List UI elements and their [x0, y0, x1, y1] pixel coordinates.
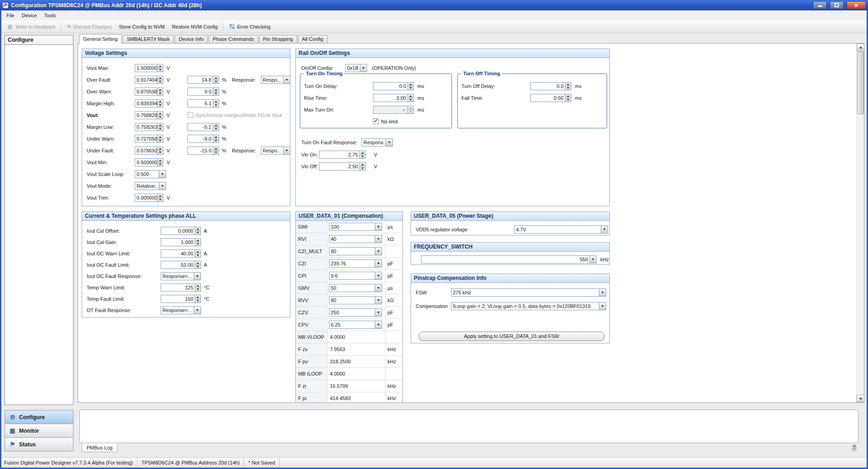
value-spinner[interactable]: 40.00: [161, 249, 201, 258]
dropdown-button[interactable]: [375, 235, 382, 243]
spinner-buttons[interactable]: [407, 83, 413, 90]
config-tree[interactable]: [5, 44, 74, 405]
spinner-down-button[interactable]: [157, 103, 163, 107]
spinner-down-button[interactable]: [565, 86, 571, 90]
spinner-up-button[interactable]: [360, 163, 365, 166]
spinner-down-button[interactable]: [565, 98, 571, 102]
spinner-up-button[interactable]: [195, 239, 201, 242]
restore-nvm-config-button[interactable]: Restore NVM Config: [169, 23, 221, 31]
value-spinner[interactable]: 0.917404: [135, 76, 163, 84]
dropdown-button[interactable]: [375, 284, 382, 292]
dropdown-button[interactable]: [599, 303, 606, 310]
tab-phase-commands[interactable]: Phase Commands: [209, 35, 258, 43]
spinner-up-button[interactable]: [195, 227, 201, 231]
spinner-down-button[interactable]: [195, 254, 201, 258]
no-limit-checkbox[interactable]: [373, 118, 379, 124]
spinner-up-button[interactable]: [195, 250, 201, 254]
spinner-buttons[interactable]: [195, 261, 201, 269]
scroll-down-button[interactable]: [857, 395, 864, 402]
combo-box[interactable]: 50: [329, 284, 382, 292]
spinner-up-button[interactable]: [565, 83, 571, 86]
scroll-up-button[interactable]: [857, 44, 864, 51]
value-spinner[interactable]: 0.000000: [135, 194, 163, 202]
spinner-down-button[interactable]: [195, 265, 201, 269]
menu-tools[interactable]: Tools: [40, 11, 59, 20]
value-spinner[interactable]: 1.000: [161, 238, 201, 246]
value-spinner[interactable]: 0.678692: [135, 147, 163, 155]
spinner-buttons[interactable]: [407, 94, 413, 102]
sidebar-item-configure[interactable]: ⚙Configure: [5, 410, 74, 424]
dropdown-button[interactable]: [599, 289, 606, 296]
value-spinner[interactable]: 1.500000: [135, 64, 163, 72]
spinner-down-button[interactable]: [408, 98, 413, 102]
spinner-down-button[interactable]: [157, 162, 163, 166]
scrollbar-thumb[interactable]: [857, 52, 864, 114]
spinner-up-button[interactable]: [408, 83, 413, 86]
spinner-down-button[interactable]: [195, 288, 201, 292]
value-spinner[interactable]: 5.1: [187, 99, 219, 107]
dropdown-button[interactable]: [375, 297, 382, 304]
dropdown-button[interactable]: [159, 182, 166, 190]
frequency-combo[interactable]: 550: [421, 255, 597, 264]
turn-on-fault-response-combo[interactable]: Respons...: [362, 138, 393, 147]
sidebar-item-status[interactable]: ⚑Status: [5, 437, 74, 451]
dropdown-button[interactable]: [386, 139, 392, 146]
apply-settings-button[interactable]: Apply setting to USER_DATA_01 and FSW: [419, 332, 604, 341]
combo-box[interactable]: Respo...: [261, 76, 290, 84]
menu-file[interactable]: File: [3, 11, 18, 20]
value-spinner[interactable]: 0.0: [373, 82, 414, 90]
dropdown-button[interactable]: [283, 76, 290, 83]
spinner-up-button[interactable]: [157, 194, 163, 198]
spinner-buttons[interactable]: [157, 76, 163, 83]
dropdown-button[interactable]: [375, 321, 382, 328]
spinner-up-button[interactable]: [213, 147, 219, 151]
value-spinner[interactable]: -5.1: [187, 123, 219, 131]
spinner-down-button[interactable]: [157, 151, 163, 155]
combo-box[interactable]: 239.76: [329, 259, 382, 268]
dropdown-button[interactable]: [375, 223, 382, 230]
spinner-down-button[interactable]: [213, 103, 219, 107]
vin-off-spinner[interactable]: 2.50: [319, 162, 366, 171]
spinner-buttons[interactable]: [157, 135, 163, 142]
spinner-up-button[interactable]: [213, 76, 219, 80]
dropdown-button[interactable]: [360, 64, 367, 72]
spinner-down-button[interactable]: [408, 86, 413, 90]
onoff-config-combo[interactable]: 0x1B: [345, 64, 367, 72]
spinner-buttons[interactable]: [195, 250, 201, 257]
spinner-up-button[interactable]: [157, 88, 163, 92]
spinner-buttons[interactable]: [157, 100, 163, 107]
spinner-down-button[interactable]: [157, 115, 163, 119]
compensation-combo[interactable]: ILoop gain = 2, VLoop gain = 0.5, data b…: [451, 302, 606, 310]
value-spinner[interactable]: 0.798828: [135, 111, 163, 119]
spinner-buttons[interactable]: [213, 100, 219, 107]
error-checking-button[interactable]: Error Checking: [226, 22, 274, 31]
spinner-buttons[interactable]: [157, 64, 163, 72]
value-spinner[interactable]: 0.0: [530, 82, 571, 90]
combo-box[interactable]: 6.25: [329, 321, 382, 329]
spinner-up-button[interactable]: [408, 94, 413, 98]
clipboard-icon[interactable]: [851, 445, 858, 453]
spinner-buttons[interactable]: [213, 135, 219, 142]
vertical-scrollbar[interactable]: [856, 44, 864, 402]
combo-box[interactable]: Response=...: [161, 306, 201, 314]
value-spinner[interactable]: 0.50: [530, 94, 571, 102]
spinner-buttons[interactable]: [157, 112, 163, 119]
spinner-buttons[interactable]: [213, 123, 219, 131]
spinner-down-button[interactable]: [157, 92, 163, 96]
tab-pmbus-log[interactable]: PMBus Log: [82, 443, 118, 452]
dropdown-button[interactable]: [375, 309, 382, 316]
spinner-down-button[interactable]: [157, 68, 163, 72]
value-spinner[interactable]: 14.8: [187, 76, 219, 84]
combo-box[interactable]: 250: [329, 308, 382, 317]
spinner-up-button[interactable]: [213, 135, 219, 139]
spinner-buttons[interactable]: [195, 284, 201, 291]
spinner-down-button[interactable]: [213, 80, 219, 84]
value-spinner[interactable]: 52.00: [161, 261, 201, 269]
dropdown-button[interactable]: [194, 273, 201, 280]
combo-box[interactable]: 100: [329, 223, 382, 231]
dropdown-button[interactable]: [375, 260, 382, 267]
spinner-down-button[interactable]: [213, 92, 219, 96]
spinner-buttons[interactable]: [157, 194, 163, 201]
combo-box[interactable]: Relative; ...: [135, 182, 166, 190]
fsw-combo[interactable]: 275 kHz: [451, 288, 606, 297]
